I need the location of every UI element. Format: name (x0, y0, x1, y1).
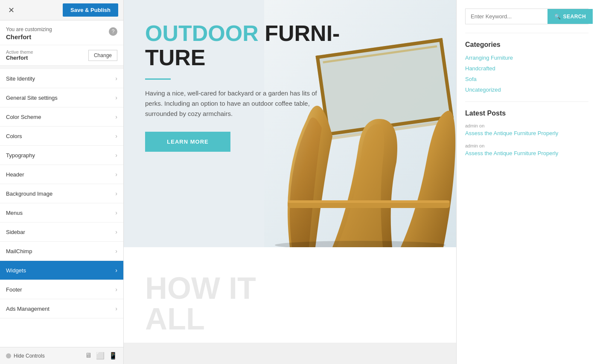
nav-item-label: Site Identity (6, 75, 35, 82)
hero-title-colored: OUTDOOR (145, 21, 259, 46)
save-publish-button[interactable]: Save & Publish (63, 3, 118, 17)
search-button[interactable]: 🔍 SEARCH (547, 9, 593, 24)
chevron-right-icon: › (115, 190, 117, 197)
change-theme-button[interactable]: Change (88, 50, 117, 61)
chevron-right-icon: › (115, 94, 117, 101)
main-content: OUTDOOR FURNI-TURE Having a nice, well-c… (124, 0, 456, 364)
nav-item-general-site-settings[interactable]: General Site settings › (0, 88, 123, 107)
nav-item-label: Menus (6, 210, 23, 216)
svg-rect-12 (288, 200, 450, 203)
category-link[interactable]: Uncategorized (465, 87, 588, 93)
chevron-right-icon: › (115, 228, 117, 235)
nav-item-site-identity[interactable]: Site Identity › (0, 69, 123, 88)
close-button[interactable]: ✕ (5, 4, 17, 16)
chevron-right-icon: › (115, 209, 117, 216)
active-theme-name: Cherfort (6, 55, 33, 61)
chevron-right-icon: › (115, 248, 117, 254)
chevron-right-icon: › (115, 152, 117, 159)
nav-item-footer[interactable]: Footer › (0, 280, 123, 299)
post-meta: admin on (465, 143, 588, 148)
latest-posts-title: Latest Posts (465, 110, 588, 117)
latest-posts-list: admin onAssess the Antique Furniture Pro… (465, 123, 588, 156)
customizing-name: Cherfort (6, 33, 52, 40)
customizing-section: You are customizing Cherfort ? (0, 20, 123, 45)
nav-item-color-scheme[interactable]: Color Scheme › (0, 107, 123, 127)
nav-list: Site Identity › General Site settings › … (0, 69, 123, 347)
how-section: HOW IT ALL (124, 247, 456, 343)
hero-description: Having a nice, well-cared for backyard o… (145, 88, 324, 119)
nav-item-label: Footer (6, 286, 22, 293)
latest-posts-section: Latest Posts admin onAssess the Antique … (465, 110, 588, 156)
hide-controls-label[interactable]: Hide Controls (14, 353, 45, 359)
desktop-icon[interactable]: 🖥 (85, 352, 92, 360)
nav-item-label: Sidebar (6, 229, 25, 235)
chevron-right-icon: › (115, 267, 117, 274)
nav-item-label: Typography (6, 152, 35, 159)
sidebar-divider-2 (465, 101, 588, 102)
nav-item-header[interactable]: Header › (0, 165, 123, 184)
category-link[interactable]: Sofa (465, 76, 588, 82)
nav-item-label: Ads Management (6, 306, 50, 312)
how-title: HOW IT ALL (145, 273, 435, 334)
chevron-right-icon: › (115, 286, 117, 293)
categories-list: Arranging FurnitureHandcraftedSofaUncate… (465, 55, 588, 93)
top-bar: ✕ Save & Publish (0, 0, 123, 20)
hero-section: OUTDOOR FURNI-TURE Having a nice, well-c… (124, 0, 456, 247)
nav-item-sidebar[interactable]: Sidebar › (0, 222, 123, 242)
nav-item-background-image[interactable]: Background Image › (0, 184, 123, 203)
search-section: 🔍 SEARCH (465, 9, 588, 24)
chevron-right-icon: › (115, 171, 117, 178)
close-icon: ✕ (8, 6, 15, 15)
customizing-label: You are customizing (6, 26, 52, 32)
chevron-right-icon: › (115, 75, 117, 82)
post-link[interactable]: Assess the Antique Furniture Properly (465, 150, 588, 156)
hide-controls-area: Hide Controls (6, 353, 45, 359)
hero-title: OUTDOOR FURNI-TURE (145, 21, 367, 70)
right-sidebar: 🔍 SEARCH Categories Arranging FurnitureH… (456, 0, 597, 364)
mobile-icon[interactable]: 📱 (109, 352, 117, 360)
categories-section: Categories Arranging FurnitureHandcrafte… (465, 41, 588, 93)
nav-item-ads-management[interactable]: Ads Management › (0, 299, 123, 318)
nav-item-mailchimp[interactable]: MailChimp › (0, 242, 123, 261)
hero-divider (145, 78, 171, 80)
how-title-line2: ALL (145, 303, 435, 334)
chevron-right-icon: › (115, 113, 117, 120)
category-link[interactable]: Handcrafted (465, 65, 588, 72)
sidebar-divider (465, 33, 588, 33)
nav-item-label: Colors (6, 133, 22, 139)
nav-item-label: General Site settings (6, 95, 58, 101)
chevron-right-icon: › (115, 133, 117, 139)
bottom-bar: Hide Controls 🖥 ⬜ 📱 (0, 347, 123, 364)
keyword-input[interactable] (466, 9, 547, 24)
nav-item-widgets[interactable]: Widgets › (0, 261, 123, 280)
nav-item-label: Widgets (6, 267, 26, 274)
nav-item-label: Header (6, 171, 24, 178)
category-link[interactable]: Arranging Furniture (465, 55, 588, 61)
hide-controls-icon (6, 353, 11, 358)
nav-item-menus[interactable]: Menus › (0, 203, 123, 222)
tablet-icon[interactable]: ⬜ (96, 352, 105, 360)
device-icons: 🖥 ⬜ 📱 (85, 352, 117, 360)
learn-more-button[interactable]: LEARN MORE (145, 132, 230, 152)
nav-item-label: Color Scheme (6, 114, 41, 120)
search-btn-label: SEARCH (563, 14, 586, 20)
help-icon[interactable]: ? (109, 27, 117, 36)
left-panel: ✕ Save & Publish You are customizing Che… (0, 0, 124, 364)
active-theme-label: Active theme (6, 49, 33, 55)
nav-item-colors[interactable]: Colors › (0, 127, 123, 146)
nav-item-typography[interactable]: Typography › (0, 146, 123, 165)
chevron-right-icon: › (115, 305, 117, 312)
active-theme-section: Active theme Cherfort Change (0, 45, 123, 66)
nav-item-label: MailChimp (6, 248, 32, 254)
categories-title: Categories (465, 41, 588, 49)
search-input-wrapper: 🔍 SEARCH (465, 9, 588, 24)
nav-item-label: Background Image (6, 191, 52, 197)
how-title-line1: HOW IT (145, 273, 435, 303)
post-meta: admin on (465, 123, 588, 128)
post-link[interactable]: Assess the Antique Furniture Properly (465, 130, 588, 136)
search-icon: 🔍 (554, 14, 561, 20)
